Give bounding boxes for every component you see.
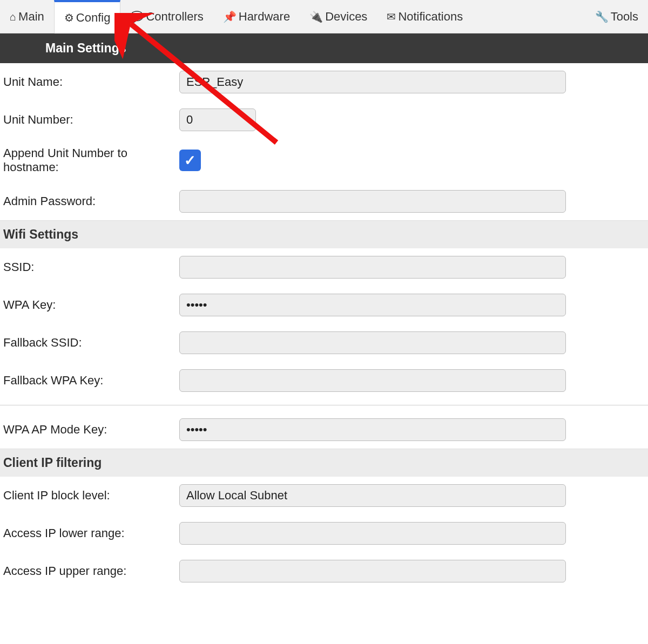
fbssid-input[interactable]: [179, 331, 566, 354]
tab-label: Controllers: [146, 10, 203, 24]
tab-tools[interactable]: 🔧 Tools: [585, 0, 648, 33]
gear-icon: ⚙: [64, 12, 74, 23]
ipupper-input[interactable]: [179, 560, 566, 582]
ipupper-label: Access IP upper range:: [3, 564, 179, 578]
tab-main[interactable]: ⌂ Main: [0, 0, 54, 33]
admin-password-input[interactable]: [179, 190, 566, 213]
tab-label: Notifications: [398, 10, 463, 24]
check-icon: ✓: [184, 152, 196, 169]
unit-number-label: Unit Number:: [3, 113, 179, 127]
section-header-wifi: Wifi Settings: [0, 220, 648, 248]
append-unit-checkbox[interactable]: ✓: [179, 150, 201, 171]
ssid-label: SSID:: [3, 260, 179, 274]
pin-icon: 📌: [223, 11, 237, 22]
tab-label: Hardware: [239, 10, 290, 24]
divider: [0, 405, 648, 405]
tab-label: Tools: [611, 10, 638, 24]
tab-label: Main: [18, 10, 44, 24]
apkey-input[interactable]: [179, 418, 566, 441]
admin-password-label: Admin Password:: [3, 194, 179, 208]
unit-number-input[interactable]: [179, 109, 256, 131]
wrench-icon: 🔧: [595, 11, 609, 22]
iplower-input[interactable]: [179, 522, 566, 545]
iplower-label: Access IP lower range:: [3, 526, 179, 540]
top-tabs: ⌂ Main ⚙ Config 💬 Controllers 📌 Hardware…: [0, 0, 648, 33]
section-header-main: Main Settings: [0, 33, 648, 63]
ipblock-label: Client IP block level:: [3, 489, 179, 503]
tab-hardware[interactable]: 📌 Hardware: [213, 0, 300, 33]
append-unit-label: Append Unit Number to hostname:: [3, 146, 179, 175]
tab-controllers[interactable]: 💬 Controllers: [120, 0, 213, 33]
mail-icon: ✉: [387, 11, 396, 22]
apkey-label: WPA AP Mode Key:: [3, 423, 179, 437]
speech-icon: 💬: [130, 11, 144, 22]
tab-notifications[interactable]: ✉ Notifications: [377, 0, 473, 33]
tab-label: Devices: [325, 10, 367, 24]
ssid-input[interactable]: [179, 256, 566, 279]
unit-name-label: Unit Name:: [3, 75, 179, 89]
home-icon: ⌂: [10, 11, 16, 22]
unit-name-input[interactable]: [179, 71, 566, 93]
wpa-label: WPA Key:: [3, 298, 179, 312]
ipblock-select[interactable]: Allow Local Subnet: [179, 484, 566, 507]
fbwpa-label: Fallback WPA Key:: [3, 374, 179, 388]
tab-config[interactable]: ⚙ Config: [54, 0, 121, 33]
fbssid-label: Fallback SSID:: [3, 336, 179, 350]
plug-icon: 🔌: [309, 11, 323, 22]
fbwpa-input[interactable]: [179, 369, 566, 392]
wpa-input[interactable]: [179, 294, 566, 316]
tab-devices[interactable]: 🔌 Devices: [300, 0, 377, 33]
tab-label: Config: [76, 11, 111, 25]
section-header-ipfilter: Client IP filtering: [0, 449, 648, 477]
